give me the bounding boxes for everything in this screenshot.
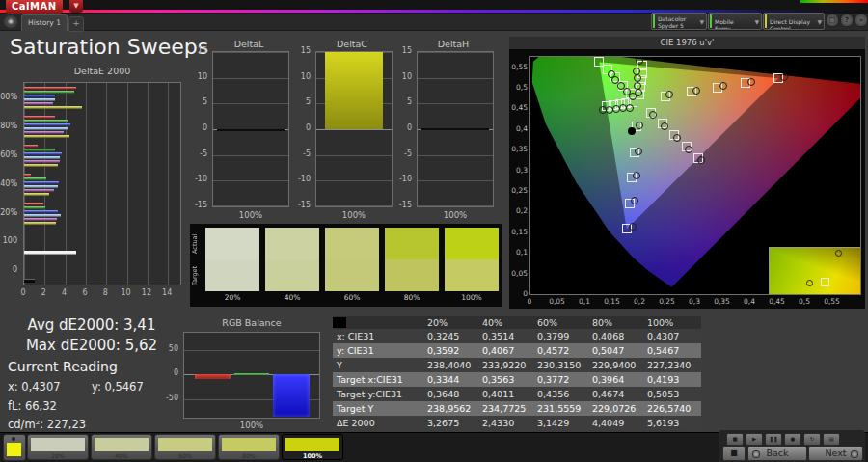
- de-bar-yellow-40%: [24, 193, 49, 196]
- chevron-down-icon: ▼: [754, 18, 759, 25]
- deltah-chart-title: DeltaH: [413, 39, 494, 49]
- column-header: 20%: [424, 316, 479, 329]
- cell-value: 0,5047: [589, 343, 644, 358]
- y-tick-label: -15: [298, 201, 311, 209]
- collapse-button[interactable]: »: [854, 14, 868, 27]
- play-mini-button[interactable]: ▶: [746, 433, 763, 446]
- cell-value: 3,2675: [424, 416, 479, 430]
- rgb-bar-blue: [273, 374, 310, 417]
- target-swatch: [265, 259, 319, 291]
- pause-mini-button[interactable]: ❚❚: [765, 433, 782, 446]
- record-mini-button[interactable]: ●: [784, 433, 801, 446]
- group-label: 80%: [0, 122, 17, 130]
- y-tick-label: 0,3: [510, 166, 528, 175]
- level-button-20%[interactable]: 20%: [27, 434, 89, 460]
- group-label: 100: [3, 236, 17, 245]
- meter-label: Direct Display Control: [770, 18, 814, 30]
- level-button-100%[interactable]: 100%: [282, 434, 343, 460]
- group-label: 40%: [0, 179, 17, 188]
- meter-status-2: [765, 14, 767, 28]
- actual-row-label: Actual: [191, 230, 203, 258]
- deltal-x-axis-label: 100%: [212, 210, 289, 220]
- back-button[interactable]: Back: [747, 446, 807, 461]
- chevron-down-icon: ▼: [817, 18, 822, 25]
- column-header: 100%: [644, 316, 699, 329]
- gridline: [184, 350, 319, 351]
- rainbow-strip: [800, 0, 868, 3]
- cell-value: 233,9220: [479, 358, 534, 372]
- de-bar-yellow-80%: [24, 135, 69, 138]
- level-button-60%[interactable]: 60%: [154, 434, 216, 460]
- cell-value: 0,3344: [424, 372, 479, 387]
- current-x-value: x: 0,4307: [8, 380, 61, 394]
- gridline: [418, 78, 493, 79]
- app-menu-arrow-icon[interactable]: ▼: [69, 0, 83, 13]
- de-bar-magenta-20%: [24, 218, 57, 221]
- target-swatch: [445, 259, 499, 291]
- next-button[interactable]: Next: [808, 446, 863, 461]
- level-label: 20%: [28, 452, 88, 459]
- pattern-color-button[interactable]: [3, 434, 26, 461]
- x-tick-label: 4: [57, 288, 72, 297]
- de-bar-yellow-20%: [24, 222, 56, 225]
- stop-mini-button[interactable]: ■: [726, 433, 744, 446]
- de-bar-black-0: [24, 279, 35, 283]
- meter-sublabel: LCD (LED): [658, 29, 688, 30]
- gridline: [213, 52, 288, 53]
- table-row: Target x:CIE310,33440,35630,37720,39640,…: [333, 372, 701, 387]
- de-bar-green-40%: [24, 177, 46, 180]
- de-bar-blue-80%: [24, 123, 70, 126]
- cell-value: 5,6193: [644, 416, 699, 430]
- target-swatch: [325, 259, 379, 291]
- table-row: y: CIE310,35920,40670,45720,50470,5467: [333, 343, 701, 358]
- meter-dropdown-source[interactable]: Mobile Forge ▼: [708, 13, 762, 30]
- x-tick-label: 14: [159, 288, 175, 297]
- y-tick-label: 0: [174, 368, 178, 377]
- current-y-value: y: 0,5467: [92, 380, 144, 394]
- settings-button[interactable]: □: [826, 14, 839, 27]
- gridline: [86, 83, 87, 285]
- level-button-40%[interactable]: 40%: [91, 434, 152, 460]
- deltac-y-axis-labels: 151050-5-10-15: [292, 39, 313, 212]
- stop-button[interactable]: ■: [722, 446, 746, 461]
- table-corner-cell: [333, 316, 424, 329]
- gridline: [316, 129, 392, 130]
- pattern-window-mini-button[interactable]: ▤: [823, 433, 840, 446]
- cell-value: 0,5467: [644, 343, 699, 358]
- meter-dropdown-colorimeter[interactable]: Datacolor Spyder 5 LCD (LED) ▼: [651, 13, 707, 30]
- de-bar-magenta-60%: [24, 160, 60, 163]
- meter-label: Mobile Forge: [715, 18, 751, 30]
- level-swatch: [158, 438, 212, 451]
- level-swatch: [222, 438, 276, 451]
- deltae2000-y-axis-labels: 100%80%60%40%20%1000: [0, 82, 20, 285]
- level-swatch: [285, 438, 339, 451]
- help-button[interactable]: ?: [840, 14, 854, 27]
- chevron-down-icon: ▼: [699, 18, 704, 25]
- cie-1976-chart: CIE 1976 u'v': [509, 37, 865, 309]
- cell-value: 230,3150: [534, 358, 589, 372]
- group-label: 20%: [0, 208, 17, 217]
- meter-dropdown-display-control[interactable]: Direct Display Control ▼: [763, 13, 825, 30]
- de-bar-red-80%: [24, 116, 55, 119]
- app-logo[interactable]: CalMAN: [6, 0, 63, 14]
- cell-value: 0,5053: [644, 387, 699, 401]
- gridline: [168, 83, 169, 285]
- deltae2000-x-axis-labels: 02468101214: [23, 288, 181, 298]
- add-tab-button[interactable]: +: [68, 16, 84, 32]
- cie-chart-title: CIE 1976 u'v': [509, 37, 865, 49]
- de-bar-red-20%: [24, 203, 43, 205]
- panel-toggle-button[interactable]: ◉: [4, 15, 17, 28]
- cell-value: 238,9562: [424, 401, 479, 416]
- table-row: x: CIE310,32450,35140,37990,40680,4307: [333, 329, 701, 343]
- de-bar-cyan-100%: [24, 98, 55, 101]
- swatch-column-20%: 20%: [205, 228, 259, 302]
- level-button-80%[interactable]: 80%: [218, 434, 280, 460]
- group-label: 60%: [0, 150, 17, 159]
- tab-history[interactable]: History 1: [21, 14, 68, 31]
- de-bar-cyan-80%: [24, 127, 68, 130]
- loop-mini-button[interactable]: ↻: [803, 433, 821, 446]
- deltac-x-axis-label: 100%: [315, 210, 393, 220]
- cell-value: 0,3563: [479, 372, 534, 387]
- inset-measured-marker: [806, 280, 813, 286]
- measured-yellow-100pct: [636, 57, 643, 65]
